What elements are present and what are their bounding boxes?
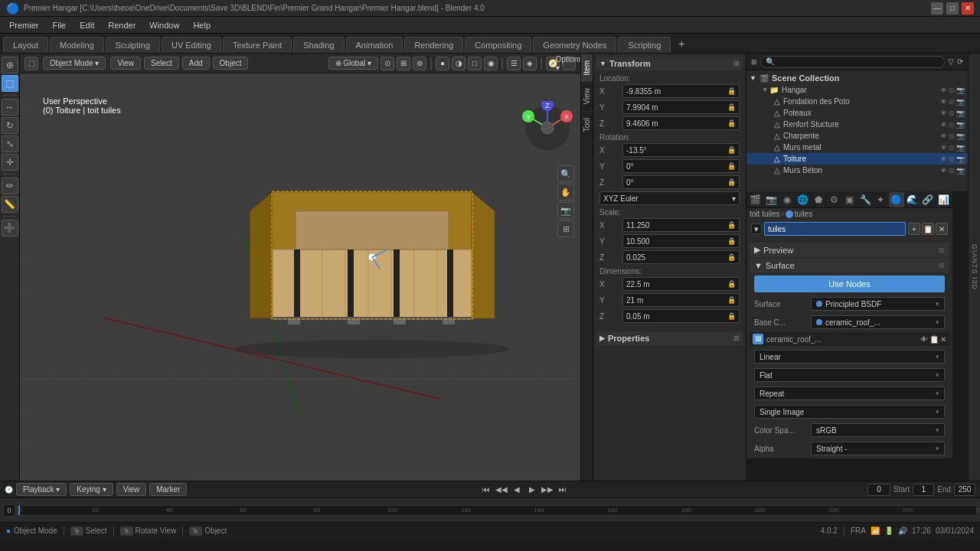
view-tool-camera[interactable]: 📷: [557, 202, 574, 219]
timeline-scale[interactable]: 0 20 40 60 80 100 120 140 160 180 200 22…: [18, 505, 977, 516]
tree-fondation[interactable]: △ Fondation des Poto 👁 ⊙ 📷: [746, 96, 968, 107]
mat-remove-btn[interactable]: ✕: [936, 223, 948, 235]
dim-z-input[interactable]: 0.05 m 🔒: [622, 309, 740, 323]
rot-x-lock[interactable]: 🔒: [727, 146, 736, 154]
menu-window[interactable]: Window: [143, 19, 185, 31]
loc-z-input[interactable]: 9.4606 m 🔒: [622, 116, 740, 130]
timeline-editor-icon[interactable]: 🕐: [5, 486, 13, 494]
viewport-scene[interactable]: X Y Z User Perspective: [20, 73, 580, 481]
mat-copy-btn[interactable]: 📋: [922, 223, 934, 235]
move-tool[interactable]: ↔: [2, 99, 18, 116]
props-object-tab[interactable]: ▣: [842, 192, 857, 207]
outliner-icon[interactable]: ⊞: [751, 58, 757, 66]
scale-y-lock[interactable]: 🔒: [727, 237, 736, 245]
props-physics-tab[interactable]: 🌊: [905, 192, 920, 207]
play-stop-btn[interactable]: ▶: [526, 484, 538, 496]
props-scene-tab[interactable]: 🎬: [748, 192, 763, 207]
view-tool-magnify[interactable]: 🔍: [557, 165, 574, 182]
scale-z-lock[interactable]: 🔒: [727, 253, 736, 261]
giants-i3d-panel[interactable]: GIANTS I3D: [968, 54, 980, 481]
ren-mb[interactable]: 📷: [956, 167, 965, 174]
editor-type-icon[interactable]: ⬚: [24, 57, 38, 70]
add-tool[interactable]: ➕: [2, 220, 18, 236]
end-frame-input[interactable]: 250: [954, 484, 975, 496]
tree-charpente[interactable]: △ Charpente 👁 ⊙ 📷: [746, 130, 968, 142]
ren-icon[interactable]: 📷: [956, 86, 965, 94]
props-view-layer-tab[interactable]: 🌐: [795, 192, 809, 207]
view-menu-timeline[interactable]: View: [116, 483, 147, 496]
overlay-btn[interactable]: ☰: [507, 57, 521, 70]
annotate-tool[interactable]: ✏: [2, 178, 18, 194]
next-frame-btn[interactable]: ▶▶: [541, 484, 554, 496]
prev-keyframe-btn[interactable]: ◀◀: [495, 484, 508, 496]
tab-compositing[interactable]: Compositing: [465, 37, 531, 53]
props-world-tab[interactable]: ⚙: [826, 192, 841, 207]
properties-header[interactable]: ▶ Properties ⊞: [596, 331, 743, 345]
shading-wireframe[interactable]: ◉: [484, 57, 498, 70]
rot-z-input[interactable]: 0° 🔒: [622, 175, 740, 189]
transform-tool[interactable]: ✛: [2, 154, 18, 171]
options-btn[interactable]: Options ▾: [562, 57, 576, 70]
sel-icon[interactable]: ⊙: [949, 86, 955, 94]
properties-options[interactable]: ⊞: [733, 334, 740, 342]
props-particles-tab[interactable]: ✦: [874, 192, 888, 207]
view-menu[interactable]: View: [110, 57, 141, 70]
measure-tool[interactable]: 📏: [2, 196, 18, 213]
tex-remove-btn[interactable]: ✕: [940, 335, 946, 344]
vis-c[interactable]: 👁: [940, 132, 947, 140]
preview-opts[interactable]: ⊞: [939, 246, 945, 254]
alpha-dropdown[interactable]: Straight - ▾: [811, 442, 945, 455]
tab-animation[interactable]: Animation: [346, 37, 403, 53]
menu-file[interactable]: File: [47, 19, 73, 31]
tree-toiture[interactable]: △ Toiture 👁 ⊙ 📷: [746, 153, 968, 165]
tree-renfort[interactable]: △ Renfort Stucture 👁 ⊙ 📷: [746, 119, 968, 130]
tab-geometry-nodes[interactable]: Geometry Nodes: [533, 37, 616, 53]
orientation-dropdown[interactable]: ⊕ Global ▾: [328, 57, 378, 70]
surface-header[interactable]: ▼ Surface ⊞: [750, 259, 949, 272]
sel-r[interactable]: ⊙: [949, 121, 955, 129]
ren-mm[interactable]: 📷: [956, 144, 965, 152]
viewport[interactable]: ⬚ Object Mode ▾ View Select Add Object ⊕…: [20, 54, 580, 481]
keying-menu[interactable]: Keying ▾: [70, 483, 113, 496]
tex-copy-btn[interactable]: 📋: [929, 335, 939, 344]
xray-btn[interactable]: ◈: [523, 57, 537, 70]
object-menu[interactable]: Object: [213, 57, 249, 70]
cursor-tool[interactable]: ⊕: [2, 57, 18, 73]
proportional-icon[interactable]: ⊚: [413, 57, 426, 70]
props-output-tab[interactable]: ◉: [779, 192, 794, 207]
rot-z-lock[interactable]: 🔒: [727, 178, 736, 186]
add-menu[interactable]: Add: [182, 57, 210, 70]
rot-y-lock[interactable]: 🔒: [727, 162, 736, 170]
dim-y-input[interactable]: 21 m 🔒: [622, 293, 740, 307]
dim-x-lock[interactable]: 🔒: [727, 280, 736, 288]
start-frame-input[interactable]: 1: [913, 484, 934, 496]
scale-y-input[interactable]: 10.500 🔒: [622, 234, 740, 248]
transform-options[interactable]: ⊞: [733, 60, 740, 67]
transform-header[interactable]: ▼ Transform ⊞: [596, 57, 743, 70]
maximize-button[interactable]: □: [946, 2, 959, 15]
menu-help[interactable]: Help: [187, 19, 217, 31]
rot-x-input[interactable]: -13.5° 🔒: [622, 143, 740, 157]
tree-murs-metal[interactable]: △ Murs metal 👁 ⊙ 📷: [746, 142, 968, 153]
timeline-frame-num[interactable]: 0: [3, 504, 15, 517]
tab-uv-editing[interactable]: UV Editing: [162, 37, 221, 53]
dim-y-lock[interactable]: 🔒: [727, 296, 736, 304]
tree-hangar[interactable]: ▼ 📁 Hangar 👁 ⊙ 📷: [746, 84, 968, 96]
sel-mm[interactable]: ⊙: [949, 144, 955, 152]
scale-tool[interactable]: ⤡: [2, 135, 18, 152]
use-nodes-button[interactable]: Use Nodes: [754, 276, 945, 292]
tree-murs-beton[interactable]: △ Murs Béton 👁 ⊙ 📷: [746, 165, 968, 176]
tab-scripting[interactable]: Scripting: [618, 37, 671, 53]
preview-header[interactable]: ▶ Preview ⊞: [750, 243, 949, 257]
ren-icon-f[interactable]: 📷: [956, 98, 965, 106]
mat-slot-browse[interactable]: ▾: [751, 223, 762, 234]
scale-z-input[interactable]: 0.025 🔒: [622, 250, 740, 264]
scale-x-lock[interactable]: 🔒: [727, 221, 736, 229]
ren-t[interactable]: 📷: [956, 155, 965, 163]
jump-end-btn[interactable]: ⏭: [557, 484, 569, 496]
linear-dropdown[interactable]: Linear ▾: [754, 350, 945, 364]
filter-btn[interactable]: ▽: [948, 57, 954, 66]
tab-layout[interactable]: Layout: [3, 37, 48, 53]
outliner-search[interactable]: 🔍: [760, 56, 945, 68]
menu-edit[interactable]: Edit: [74, 19, 100, 31]
